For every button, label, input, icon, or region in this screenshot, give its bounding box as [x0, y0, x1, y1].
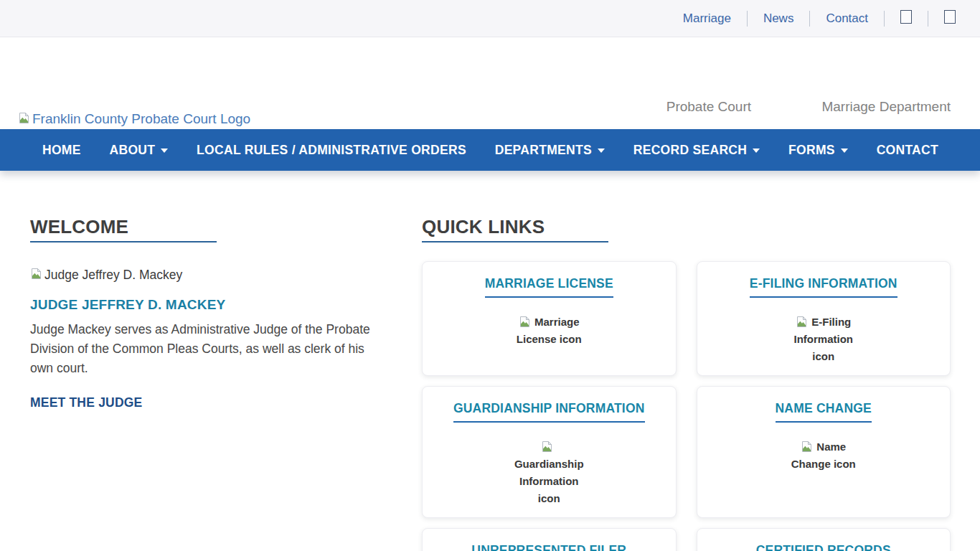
nav-label: LOCAL RULES / ADMINISTRATIVE ORDERS [197, 143, 466, 158]
card-certified-records[interactable]: CERTIFIED RECORDS [697, 528, 951, 551]
top-utility-bar: Marriage News Contact [0, 0, 980, 37]
card-marriage-license[interactable]: MARRIAGE LICENSE Marriage License icon [422, 261, 677, 376]
quick-links-grid: MARRIAGE LICENSE Marriage License icon E… [422, 261, 951, 551]
meet-the-judge-link[interactable]: MEET THE JUDGE [30, 395, 142, 410]
page: Marriage News Contact Franklin County Pr… [0, 0, 980, 551]
card-title[interactable]: E-FILING INFORMATION [750, 276, 897, 298]
marriage-department-label: Marriage Department [821, 99, 951, 115]
nav-item-local-rules[interactable]: LOCAL RULES / ADMINISTRATIVE ORDERS [197, 143, 466, 158]
missing-glyph-icon[interactable] [900, 10, 912, 27]
welcome-title: WELCOME [30, 217, 382, 237]
card-icon-broken-image: E-Filing Information icon [788, 314, 859, 365]
main-content: WELCOME Judge Jeffrey D. Mackey JUDGE JE… [0, 171, 980, 551]
logo-alt-text: Franklin County Probate Court Logo [32, 111, 250, 127]
probate-court-label: Probate Court [666, 99, 751, 115]
nav-item-contact[interactable]: CONTACT [877, 143, 938, 158]
card-name-change[interactable]: NAME CHANGE Name Change icon [697, 386, 951, 518]
card-efiling-information[interactable]: E-FILING INFORMATION E-Filing Informatio… [697, 261, 951, 376]
nav-label: DEPARTMENTS [495, 143, 592, 158]
judge-image-alt-text: Judge Jeffrey D. Mackey [44, 267, 182, 283]
nav-item-record-search[interactable]: RECORD SEARCH [633, 143, 760, 158]
card-icon-broken-image: Marriage License icon [514, 314, 584, 348]
judge-photo-broken-image: Judge Jeffrey D. Mackey [30, 267, 382, 283]
nav-label: RECORD SEARCH [633, 143, 748, 158]
broken-image-icon [519, 316, 531, 328]
nav-item-departments[interactable]: DEPARTMENTS [495, 143, 605, 158]
divider [747, 11, 748, 27]
topbar-link-news[interactable]: News [763, 11, 794, 26]
broken-image-icon [30, 268, 42, 280]
topbar-link-contact[interactable]: Contact [826, 11, 868, 26]
quick-links-section: QUICK LINKS MARRIAGE LICENSE Marriage Li… [422, 217, 951, 551]
nav-item-home[interactable]: HOME [42, 143, 81, 158]
divider [884, 11, 885, 27]
divider [809, 11, 810, 27]
nav-label: ABOUT [110, 143, 156, 158]
broken-image-icon [541, 441, 553, 453]
card-title[interactable]: UNREPRESENTED FILER RESOURCES [434, 543, 664, 551]
chevron-down-icon [841, 149, 848, 153]
broken-image-icon [801, 441, 813, 453]
nav-label: HOME [42, 143, 81, 158]
divider [928, 11, 928, 27]
missing-glyph-icon[interactable] [944, 10, 956, 27]
card-title[interactable]: CERTIFIED RECORDS [756, 543, 891, 551]
card-title[interactable]: NAME CHANGE [776, 401, 872, 423]
chevron-down-icon [161, 149, 168, 153]
main-nav: HOME ABOUT LOCAL RULES / ADMINISTRATIVE … [0, 129, 980, 171]
section-underline [422, 241, 608, 242]
quick-links-title: QUICK LINKS [422, 217, 951, 237]
nav-item-forms[interactable]: FORMS [788, 143, 848, 158]
broken-image-icon [18, 112, 30, 124]
card-unrepresented-filer-resources[interactable]: UNREPRESENTED FILER RESOURCES [422, 528, 677, 551]
site-logo-broken-image[interactable]: Franklin County Probate Court Logo [18, 111, 250, 127]
section-underline [30, 241, 217, 242]
nav-label: FORMS [788, 143, 835, 158]
judge-description: Judge Mackey serves as Administrative Ju… [30, 320, 382, 378]
chevron-down-icon [753, 149, 760, 153]
judge-name-heading: JUDGE JEFFREY D. MACKEY [30, 297, 382, 313]
broken-image-icon [796, 316, 808, 328]
site-header: Franklin County Probate Court Logo Proba… [0, 37, 980, 129]
card-icon-alt-text: Guardianship Information icon [514, 458, 584, 504]
welcome-section: WELCOME Judge Jeffrey D. Mackey JUDGE JE… [30, 217, 382, 551]
card-title[interactable]: GUARDIANSHIP INFORMATION [453, 401, 645, 423]
chevron-down-icon [598, 149, 605, 153]
nav-item-about[interactable]: ABOUT [110, 143, 169, 158]
nav-label: CONTACT [877, 143, 938, 158]
card-icon-broken-image: Guardianship Information icon [514, 438, 584, 507]
card-title[interactable]: MARRIAGE LICENSE [485, 276, 613, 298]
card-guardianship-information[interactable]: GUARDIANSHIP INFORMATION Guardianship In… [422, 386, 677, 518]
topbar-link-marriage[interactable]: Marriage [683, 11, 731, 26]
card-icon-broken-image: Name Change icon [788, 438, 859, 473]
